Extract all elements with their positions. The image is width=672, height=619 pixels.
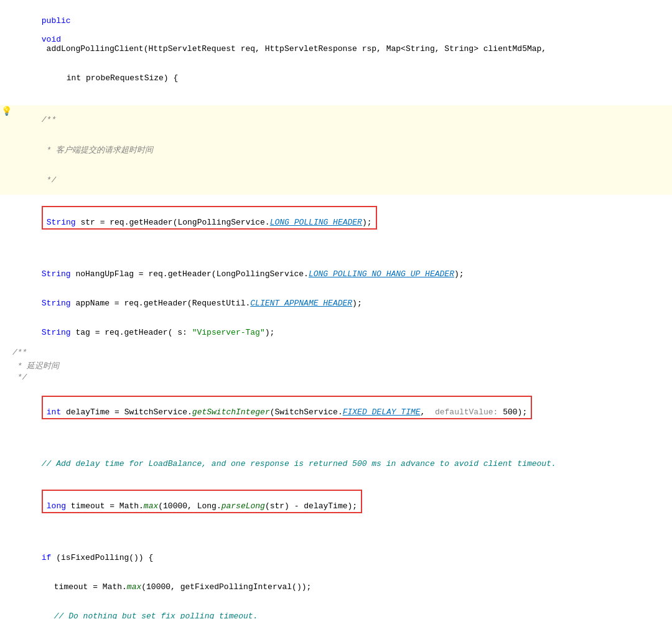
- code-line: [0, 93, 672, 105]
- code-line: public void addLongPollingClient(HttpSer…: [0, 6, 672, 63]
- code-line: if (isFixedPolling()) {: [0, 543, 672, 572]
- code-line: // Add delay time for LoadBalance, and o…: [0, 449, 672, 478]
- code-line: /**: [0, 347, 672, 360]
- code-line: String tag = req.getHeader( s: "Vipserve…: [0, 318, 672, 347]
- code-line: int probeRequestSize) {: [0, 63, 672, 93]
- keyword-public: public: [42, 16, 71, 26]
- code-line: // Do nothing but set fix polling timeou…: [0, 602, 672, 619]
- code-line: * 延迟时间: [0, 360, 672, 372]
- code-line: */: [0, 372, 672, 384]
- keyword-void: void: [42, 35, 61, 44]
- code-line-bulb: 💡 /**: [0, 105, 672, 134]
- code-line: timeout = Math.max(10000, getFixedPollin…: [0, 572, 672, 602]
- code-line: String noHangUpFlag = req.getHeader(Long…: [0, 259, 672, 289]
- code-viewer: public void addLongPollingClient(HttpSer…: [0, 0, 672, 619]
- code-line-delay: int delayTime = SwitchService.getSwitchI…: [0, 386, 672, 448]
- code-line: * 客户端提交的请求超时时间: [0, 134, 672, 165]
- code-line: */: [0, 165, 672, 195]
- code-line-timeout: long timeout = Math.max(10000, Long.pars…: [0, 480, 672, 542]
- bulb-icon: 💡: [1, 106, 12, 116]
- code-line: String appName = req.getHeader(RequestUt…: [0, 289, 672, 318]
- code-line-str-header: String str = req.getHeader(LongPollingSe…: [0, 196, 672, 258]
